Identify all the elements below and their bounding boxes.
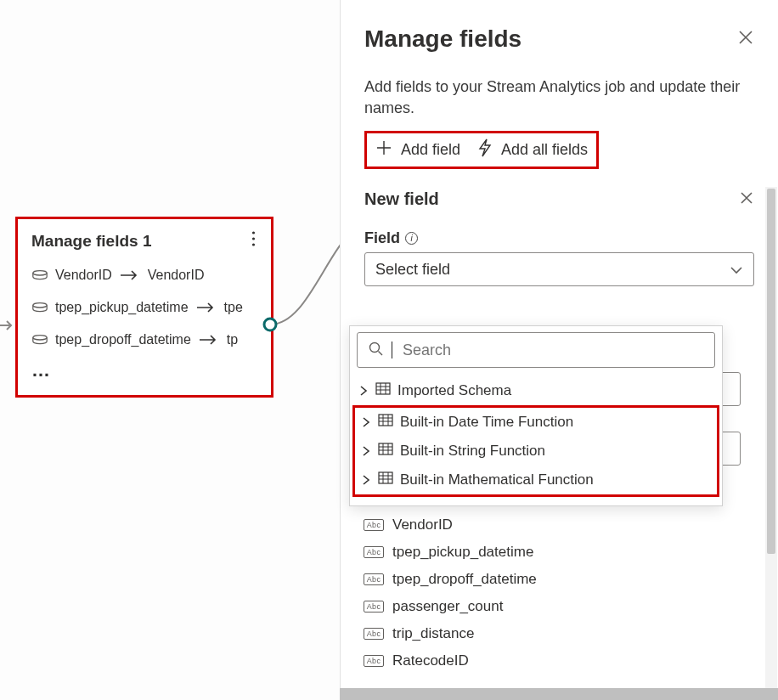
tree-item-label: Built-in String Function <box>400 443 545 460</box>
add-field-label: Add field <box>401 141 460 159</box>
svg-rect-9 <box>379 415 392 426</box>
tree-item-label: Imported Schema <box>397 382 511 399</box>
field-item[interactable]: Abc tpep_pickup_datetime <box>364 539 746 566</box>
select-field-dropdown[interactable]: Select field <box>364 252 754 286</box>
field-name: trip_distance <box>392 625 474 642</box>
column-icon <box>31 334 48 346</box>
table-icon <box>375 382 391 399</box>
mapping-row[interactable]: tpep_pickup_datetime tpe <box>31 291 257 324</box>
field-dropdown-flyout: Imported Schema Built-in Date Time Funct… <box>349 325 723 506</box>
mapping-src: tpep_dropoff_datetime <box>55 332 191 347</box>
svg-point-3 <box>33 271 47 275</box>
mapping-row[interactable]: VendorID VendorID <box>31 259 257 291</box>
abc-type-icon: Abc <box>364 546 384 558</box>
highlighted-tree-group: Built-in Date Time Function Built-in Str… <box>352 405 719 497</box>
svg-rect-11 <box>379 472 392 483</box>
info-icon[interactable]: i <box>405 232 418 245</box>
incoming-arrow-icon <box>0 317 15 334</box>
svg-point-1 <box>252 237 255 240</box>
arrow-icon <box>198 334 220 346</box>
search-text[interactable] <box>401 341 704 360</box>
field-name: RatecodeID <box>392 652 469 669</box>
field-list: Abc VendorID Abc tpep_pickup_datetime Ab… <box>364 511 746 675</box>
svg-point-4 <box>33 303 47 308</box>
scrollbar[interactable] <box>765 187 777 688</box>
mapping-row[interactable]: tpep_dropoff_datetime tp <box>31 324 257 356</box>
mapping-src: tpep_pickup_datetime <box>55 300 189 315</box>
svg-point-7 <box>370 342 380 352</box>
chevron-right-icon <box>361 474 371 486</box>
field-item[interactable]: Abc passenger_count <box>364 593 746 620</box>
field-item[interactable]: Abc tpep_dropoff_datetime <box>364 566 746 593</box>
more-rows-ellipsis[interactable]: … <box>31 356 257 390</box>
search-icon <box>368 341 383 360</box>
field-name: VendorID <box>392 517 453 533</box>
schema-tree-item[interactable]: Built-in Mathematical Function <box>358 466 714 494</box>
table-icon <box>378 471 393 488</box>
close-icon[interactable] <box>737 29 754 49</box>
manage-fields-node[interactable]: Manage fields 1 VendorID VendorID tpep_p… <box>15 217 273 398</box>
table-icon <box>378 414 393 431</box>
arrow-icon <box>119 269 141 281</box>
svg-point-0 <box>252 231 255 234</box>
lightning-icon <box>477 138 493 161</box>
field-item[interactable]: Abc trip_distance <box>364 620 746 647</box>
more-options-icon[interactable] <box>250 231 257 251</box>
panel-title: Manage fields <box>364 25 521 53</box>
mapping-dst: tpe <box>224 300 243 315</box>
svg-rect-10 <box>379 443 392 454</box>
column-icon <box>31 269 48 281</box>
schema-tree-item[interactable]: Built-in Date Time Function <box>358 408 714 437</box>
abc-type-icon: Abc <box>364 601 384 612</box>
node-title: Manage fields 1 <box>31 232 152 251</box>
field-label: Field i <box>364 229 754 247</box>
scrollbar-thumb[interactable] <box>767 189 775 554</box>
add-all-fields-label: Add all fields <box>501 141 588 159</box>
field-item[interactable]: Abc VendorID <box>364 511 746 539</box>
add-field-button[interactable]: Add field <box>375 138 460 161</box>
plus-icon <box>375 139 392 161</box>
newfield-close-icon[interactable] <box>739 190 754 209</box>
abc-type-icon: Abc <box>364 519 384 531</box>
mapping-dst: tp <box>227 332 238 347</box>
svg-point-2 <box>252 243 255 246</box>
column-icon <box>31 302 48 313</box>
svg-rect-8 <box>376 383 390 394</box>
chevron-right-icon <box>361 445 371 457</box>
panel-description: Add fields to your Stream Analytics job … <box>364 76 754 119</box>
canvas: Manage fields 1 VendorID VendorID tpep_p… <box>0 0 340 700</box>
tree-item-label: Built-in Mathematical Function <box>400 471 594 488</box>
mapping-src: VendorID <box>55 268 112 283</box>
schema-tree-item[interactable]: Built-in String Function <box>358 437 714 466</box>
add-all-fields-button[interactable]: Add all fields <box>477 138 588 161</box>
abc-type-icon: Abc <box>364 573 384 585</box>
chevron-right-icon <box>358 385 369 397</box>
bottom-scrollbar[interactable] <box>340 688 778 700</box>
field-name: tpep_dropoff_datetime <box>392 571 537 588</box>
field-item[interactable]: Abc RatecodeID <box>364 647 746 675</box>
arrow-icon <box>195 302 217 313</box>
select-field-placeholder: Select field <box>375 261 450 279</box>
new-field-title: New field <box>364 189 439 209</box>
table-icon <box>378 443 393 460</box>
abc-type-icon: Abc <box>364 655 384 667</box>
text-cursor <box>392 342 392 358</box>
chevron-down-icon <box>730 261 743 279</box>
schema-tree-item[interactable]: Imported Schema <box>355 376 717 405</box>
chevron-right-icon <box>361 416 371 428</box>
field-name: passenger_count <box>392 598 503 615</box>
field-name: tpep_pickup_datetime <box>392 544 533 561</box>
abc-type-icon: Abc <box>364 628 384 640</box>
panel-toolbar: Add field Add all fields <box>364 131 599 169</box>
mapping-dst: VendorID <box>148 268 205 283</box>
tree-item-label: Built-in Date Time Function <box>400 414 573 431</box>
svg-point-5 <box>33 336 47 340</box>
search-input[interactable] <box>357 332 715 368</box>
